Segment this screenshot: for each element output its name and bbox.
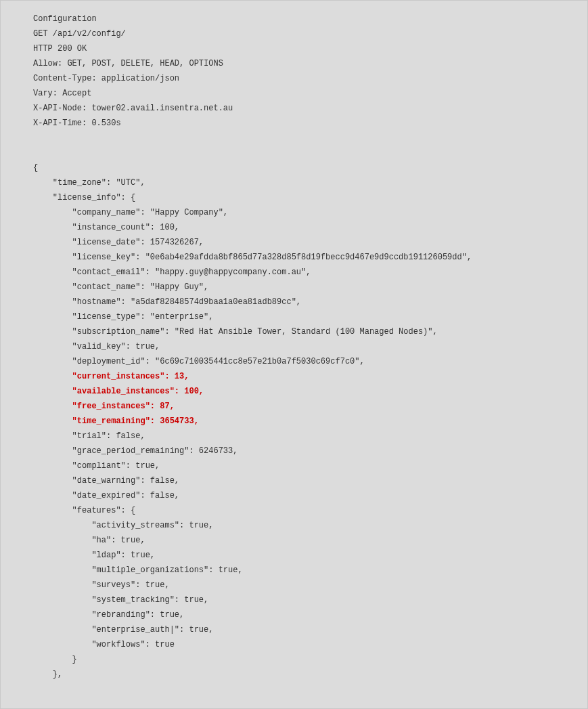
json-line: "contact_email": "happy.guy@happycompany… [33,267,311,277]
header-line: Allow: GET, POST, DELETE, HEAD, OPTIONS [33,59,223,68]
json-line: { [33,163,38,173]
json-line: "time_zone": "UTC", [33,178,145,188]
json-line: "rebranding": true, [33,610,184,620]
json-line: "features": { [33,506,135,515]
json-line: "activity_streams": true, [33,521,213,530]
json-line: "contact_name": "Happy Guy", [33,282,208,292]
json-line: "company_name": "Happy Company", [33,208,228,217]
json-line: "ldap": true, [33,551,155,560]
json-line: "license_date": 1574326267, [33,238,204,247]
json-line: "license_type": "enterprise", [33,312,213,322]
json-line: "grace_period_remaining": 6246733, [33,446,238,456]
json-line: "surveys": true, [33,580,170,590]
header-line: GET /api/v2/config/ [33,29,126,39]
header-line: X-API-Node: tower02.avail.insentra.net.a… [33,104,233,113]
json-line-highlight: "current_instances": 13, [33,372,189,381]
json-line: "system_tracking": true, [33,595,208,605]
header-line: Content-Type: application/json [33,74,179,83]
json-line: "trial": false, [33,431,145,441]
json-line: "valid_key": true, [33,342,160,351]
json-line: "date_expired": false, [33,491,179,500]
header-line: X-API-Time: 0.530s [33,119,121,128]
json-line: "instance_count": 100, [33,223,179,232]
json-line: }, [33,670,62,679]
json-line: "ha": true, [33,536,145,545]
json-line: "enterprise_auth|": true, [33,625,213,635]
json-line-highlight: "free_instances": 87, [33,402,175,411]
json-line: "deployment_id": "6c69c710035441cc8e57e2… [33,357,365,366]
json-line: "multiple_organizations": true, [33,565,243,575]
api-response-block: Configuration GET /api/v2/config/ HTTP 2… [0,0,588,709]
json-line: "compliant": true, [33,461,160,471]
header-line: HTTP 200 OK [33,44,87,53]
json-line: } [33,655,77,664]
header-line: Configuration [33,14,97,24]
json-line-highlight: "available_instances": 100, [33,387,204,396]
json-line-highlight: "time_remaining": 3654733, [33,416,199,426]
json-line: "license_key": "0e6ab4e29afdda8bf865d77a… [33,253,472,262]
json-line: "workflows": true [33,640,175,649]
header-line: Vary: Accept [33,89,91,98]
json-line: "license_info": { [33,193,135,202]
json-line: "hostname": "a5daf82848574d9baa1a0ea81ad… [33,297,301,307]
json-line: "subscription_name": "Red Hat Ansible To… [33,327,438,337]
json-line: "date_warning": false, [33,476,179,486]
